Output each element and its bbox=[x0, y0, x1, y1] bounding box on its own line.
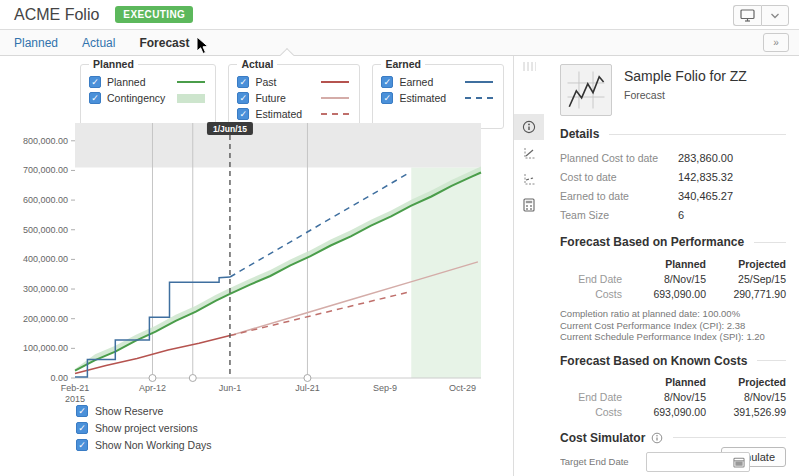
details-value: 340,465.27 bbox=[678, 190, 733, 202]
legend-swatch-line bbox=[465, 81, 493, 83]
chart-text: Oct-29 bbox=[449, 383, 476, 393]
folio-title: Sample Folio for ZZ bbox=[624, 68, 747, 84]
checkbox[interactable]: ✓ bbox=[89, 76, 101, 88]
checkbox[interactable]: ✓ bbox=[381, 76, 393, 88]
legend-swatch-line bbox=[177, 81, 205, 83]
cost-simulator-section: Cost Simulator Simulate Target End Date bbox=[560, 431, 786, 476]
view-tabs: Planned Actual Forecast bbox=[0, 30, 799, 56]
table-row: Costs693,090.00290,771.90 bbox=[560, 286, 786, 301]
details-section-header: Details bbox=[560, 127, 786, 141]
project-version-marker[interactable] bbox=[189, 375, 196, 382]
panel-tab-known-costs-forecast[interactable] bbox=[514, 166, 544, 192]
chart-text: 300,000.00 bbox=[23, 284, 68, 294]
legend-item-label: Contingency bbox=[107, 92, 171, 104]
collapse-header-button[interactable] bbox=[761, 5, 789, 26]
table-row: End Date8/Nov/158/Nov/15 bbox=[560, 390, 786, 405]
projected-value: 25/Sep/15 bbox=[706, 271, 786, 286]
planned-value: 8/Nov/15 bbox=[626, 390, 706, 405]
panel-tab-cost-simulator[interactable] bbox=[514, 192, 544, 218]
checkbox[interactable]: ✓ bbox=[76, 439, 88, 451]
checkbox[interactable]: ✓ bbox=[76, 405, 88, 417]
tab-forecast[interactable]: Forecast bbox=[139, 36, 189, 50]
tab-planned[interactable]: Planned bbox=[14, 36, 58, 50]
expand-panel-button[interactable]: » bbox=[763, 33, 789, 52]
chart-text: 800,000.00 bbox=[23, 136, 68, 146]
chart-text: Jul-21 bbox=[295, 383, 320, 393]
details-heading: Details bbox=[560, 127, 599, 141]
chart-option-label: Show Reserve bbox=[95, 405, 163, 417]
checkbox[interactable]: ✓ bbox=[76, 422, 88, 434]
legend-item: ✓Estimated bbox=[381, 90, 493, 106]
legend-group-title: Actual bbox=[237, 58, 277, 70]
chart-text: Feb-21 bbox=[61, 383, 90, 393]
display-mode-button[interactable] bbox=[733, 5, 761, 26]
performance-note: Current Cost Performance Index (CPI): 2.… bbox=[560, 320, 786, 332]
chart-text: Sep-9 bbox=[373, 383, 397, 393]
checkbox[interactable]: ✓ bbox=[89, 92, 101, 104]
planned-value: 693,090.00 bbox=[626, 405, 706, 420]
chart-option: ✓Show Non Working Days bbox=[76, 436, 212, 453]
chart-text: 0.00 bbox=[50, 373, 68, 383]
panel-tab-performance-forecast[interactable] bbox=[514, 140, 544, 166]
legend-item: ✓Future bbox=[237, 90, 349, 106]
panel-content: Sample Folio for ZZ Forecast Details Pla… bbox=[544, 56, 799, 476]
performance-note: Completion ratio at planned date: 100.00… bbox=[560, 308, 786, 320]
table-corner bbox=[560, 256, 626, 271]
calendar-icon[interactable] bbox=[733, 456, 745, 468]
folio-subtitle: Forecast bbox=[624, 89, 747, 101]
chart-option-label: Show Non Working Days bbox=[95, 439, 212, 451]
target-end-date-input[interactable] bbox=[646, 452, 750, 472]
info-icon bbox=[522, 120, 536, 134]
target-end-date-label: Target End Date bbox=[560, 456, 646, 467]
performance-heading: Forecast Based on Performance bbox=[560, 235, 744, 249]
legend-swatch-fill bbox=[177, 94, 205, 103]
known-costs-heading: Forecast Based on Known Costs bbox=[560, 354, 747, 368]
column-header: Projected bbox=[706, 256, 786, 271]
planned-value: 8/Nov/15 bbox=[626, 271, 706, 286]
legend-item: ✓Contingency bbox=[89, 90, 205, 106]
info-icon[interactable] bbox=[651, 432, 663, 444]
details-label: Team Size bbox=[560, 209, 678, 221]
details-row: Earned to date340,465.27 bbox=[560, 186, 786, 205]
checkbox[interactable]: ✓ bbox=[237, 92, 249, 104]
row-label: End Date bbox=[560, 271, 626, 286]
topbar-actions bbox=[733, 5, 789, 26]
legend-item-label: Earned bbox=[399, 76, 459, 88]
monitor-icon bbox=[740, 9, 755, 22]
chart-text: 400,000.00 bbox=[23, 254, 68, 264]
table-header-row: PlannedProjected bbox=[560, 256, 786, 271]
chart-option: ✓Show project versions bbox=[76, 419, 212, 436]
planned-value: 693,090.00 bbox=[626, 286, 706, 301]
project-version-marker[interactable] bbox=[304, 375, 311, 382]
legend-item: ✓Past bbox=[237, 74, 349, 90]
chart-thumbnail-icon bbox=[564, 68, 608, 112]
chart-text: Apr-12 bbox=[139, 383, 166, 393]
page-title: ACME Folio bbox=[14, 6, 99, 24]
details-value: 283,860.00 bbox=[678, 152, 733, 164]
forecast-chart-area: Planned✓Planned✓ContingencyActual✓Past✓F… bbox=[0, 56, 513, 476]
details-panel: Sample Folio for ZZ Forecast Details Pla… bbox=[513, 56, 799, 476]
performance-table: PlannedProjectedEnd Date8/Nov/1525/Sep/1… bbox=[560, 256, 786, 301]
table-row: End Date8/Nov/1525/Sep/15 bbox=[560, 271, 786, 286]
performance-forecast-icon bbox=[523, 147, 536, 160]
legend-item-label: Past bbox=[255, 76, 315, 88]
performance-section-header: Forecast Based on Performance bbox=[560, 235, 786, 249]
series-actual-estimated bbox=[230, 292, 410, 336]
drag-handle[interactable] bbox=[514, 58, 544, 74]
legend-item-label: Future bbox=[255, 92, 315, 104]
chart-text: Jun-1 bbox=[219, 383, 242, 393]
folio-header: Sample Folio for ZZ Forecast bbox=[560, 64, 786, 116]
project-version-marker[interactable] bbox=[149, 375, 156, 382]
known-costs-forecast-icon bbox=[523, 173, 536, 186]
chart-text: 100,000.00 bbox=[23, 343, 68, 353]
checkbox[interactable]: ✓ bbox=[237, 76, 249, 88]
legend-group-title: Earned bbox=[381, 58, 425, 70]
panel-tab-details[interactable] bbox=[514, 114, 544, 140]
checkbox[interactable]: ✓ bbox=[381, 92, 393, 104]
chart-text: 700,000.00 bbox=[23, 165, 68, 175]
tab-actual[interactable]: Actual bbox=[82, 36, 115, 50]
performance-notes: Completion ratio at planned date: 100.00… bbox=[560, 308, 786, 343]
forecast-chart: 0.00100,000.00200,000.00300,000.00400,00… bbox=[0, 118, 513, 402]
cost-simulator-heading: Cost Simulator bbox=[560, 431, 645, 445]
details-label: Earned to date bbox=[560, 190, 678, 202]
